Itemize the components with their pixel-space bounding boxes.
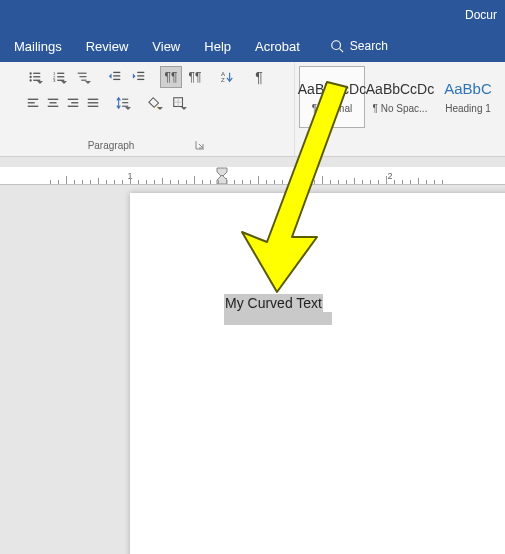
style-name: Heading 1 xyxy=(445,103,491,114)
style-preview: AaBbC xyxy=(444,80,492,97)
document-page[interactable]: My Curved Text xyxy=(130,193,505,554)
svg-rect-29 xyxy=(50,102,57,103)
dialog-launcher-icon[interactable] xyxy=(194,139,206,151)
svg-rect-3 xyxy=(33,73,40,74)
svg-line-1 xyxy=(339,49,343,53)
svg-rect-36 xyxy=(88,106,99,107)
svg-rect-35 xyxy=(88,102,99,103)
styles-group: AaBbCcDc ¶ Normal AaBbCcDc ¶ No Spac... … xyxy=(295,62,505,156)
pilcrow-icon: ¶¶ xyxy=(189,70,202,84)
borders-button[interactable] xyxy=(168,92,190,114)
svg-rect-14 xyxy=(78,73,87,74)
align-center-button[interactable] xyxy=(44,92,62,114)
paragraph-label: Paragraph xyxy=(88,140,135,151)
tab-review[interactable]: Review xyxy=(74,31,141,62)
style-no-spacing[interactable]: AaBbCcDc ¶ No Spac... xyxy=(367,66,433,128)
titlebar: Docur xyxy=(0,0,505,30)
svg-rect-31 xyxy=(68,99,79,100)
paragraph-group: 123 ¶¶ ¶¶ AZ ¶ xyxy=(0,62,295,156)
horizontal-ruler[interactable]: 1 2 xyxy=(0,167,505,185)
svg-rect-21 xyxy=(137,75,144,76)
sort-button[interactable]: AZ xyxy=(216,66,238,88)
svg-point-6 xyxy=(29,79,31,81)
svg-point-4 xyxy=(29,76,31,78)
svg-rect-32 xyxy=(71,102,78,103)
svg-rect-34 xyxy=(88,99,99,100)
svg-rect-11 xyxy=(57,76,64,77)
svg-point-2 xyxy=(29,72,31,74)
line-spacing-button[interactable] xyxy=(112,92,134,114)
svg-rect-37 xyxy=(122,99,128,100)
style-preview: AaBbCcDc xyxy=(366,81,434,97)
tab-acrobat[interactable]: Acrobat xyxy=(243,31,312,62)
numbering-button[interactable]: 123 xyxy=(48,66,70,88)
pilcrow-icon: ¶ xyxy=(255,69,263,85)
svg-rect-5 xyxy=(33,76,40,77)
svg-rect-15 xyxy=(80,76,87,77)
selection-highlight xyxy=(224,312,332,325)
pilcrow-icon: ¶¶ xyxy=(165,70,178,84)
decrease-indent-button[interactable] xyxy=(104,66,126,88)
svg-rect-7 xyxy=(33,80,40,81)
show-marks-button[interactable]: ¶ xyxy=(248,66,270,88)
style-name: ¶ No Spac... xyxy=(373,103,428,114)
svg-rect-26 xyxy=(28,102,35,103)
svg-rect-17 xyxy=(113,72,120,73)
svg-rect-28 xyxy=(48,99,59,100)
style-name: ¶ Normal xyxy=(312,103,352,114)
tab-view[interactable]: View xyxy=(140,31,192,62)
svg-rect-39 xyxy=(122,106,128,107)
svg-rect-27 xyxy=(28,106,39,107)
svg-rect-22 xyxy=(137,79,144,80)
svg-rect-38 xyxy=(122,102,128,103)
selected-text[interactable]: My Curved Text xyxy=(224,294,323,312)
ribbon-content: 123 ¶¶ ¶¶ AZ ¶ xyxy=(0,62,505,157)
style-normal[interactable]: AaBbCcDc ¶ Normal xyxy=(299,66,365,128)
shading-button[interactable] xyxy=(144,92,166,114)
window-title: Docur xyxy=(465,8,505,22)
svg-rect-20 xyxy=(137,72,144,73)
ltr-button[interactable]: ¶¶ xyxy=(160,66,182,88)
ruler-mark: 2 xyxy=(387,171,392,181)
svg-rect-18 xyxy=(113,75,120,76)
style-heading1[interactable]: AaBbC Heading 1 xyxy=(435,66,501,128)
align-right-button[interactable] xyxy=(64,92,82,114)
svg-text:3: 3 xyxy=(53,78,56,83)
ribbon-tabs: Mailings Review View Help Acrobat Search xyxy=(0,30,505,62)
rtl-button[interactable]: ¶¶ xyxy=(184,66,206,88)
search-icon xyxy=(330,39,344,53)
increase-indent-button[interactable] xyxy=(128,66,150,88)
svg-text:Z: Z xyxy=(221,76,225,83)
style-preview: AaBbCcDc xyxy=(298,81,366,97)
tab-mailings[interactable]: Mailings xyxy=(2,31,74,62)
svg-rect-25 xyxy=(28,99,39,100)
multilevel-button[interactable] xyxy=(72,66,94,88)
bullets-button[interactable] xyxy=(24,66,46,88)
workspace: 1 2 My Curved Text xyxy=(0,157,505,554)
align-left-button[interactable] xyxy=(24,92,42,114)
svg-rect-9 xyxy=(57,73,64,74)
justify-button[interactable] xyxy=(84,92,102,114)
svg-rect-16 xyxy=(81,80,86,81)
svg-rect-19 xyxy=(113,79,120,80)
tab-help[interactable]: Help xyxy=(192,31,243,62)
svg-rect-13 xyxy=(57,80,64,81)
search-label: Search xyxy=(350,39,388,53)
svg-point-0 xyxy=(332,41,341,50)
search-group[interactable]: Search xyxy=(330,39,388,53)
svg-rect-33 xyxy=(68,106,79,107)
svg-rect-30 xyxy=(48,106,59,107)
